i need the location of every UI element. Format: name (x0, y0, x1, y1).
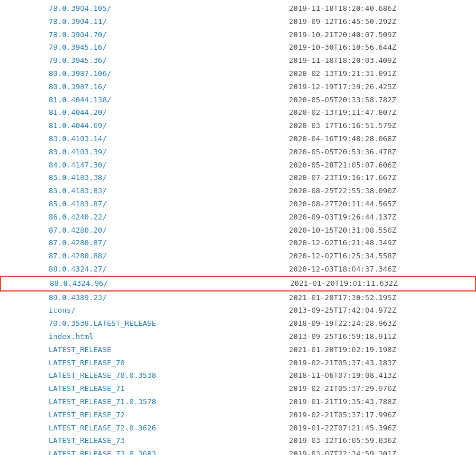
file-row: LATEST_RELEASE_702019-02-21T05:37:43.183… (0, 357, 476, 370)
file-date: 2019-02-21T05:37:29.970Z (243, 383, 465, 395)
file-row: index.html2013-09-25T16:59:18.911Z (0, 330, 476, 344)
file-row: 85.0.4183.83/2020-08-25T22:55:38.090Z (0, 185, 476, 198)
file-name[interactable]: 78.0.3904.11/ (49, 16, 243, 28)
file-name[interactable]: 88.0.4324.27/ (49, 264, 243, 276)
file-row: 78.0.3904.105/2019-11-18T18:20:40.686Z (0, 2, 476, 15)
file-date: 2019-10-30T16:10:56.644Z (243, 42, 465, 54)
file-row: 80.0.3987.16/2019-12-19T17:39:26.425Z (0, 81, 476, 94)
file-date: 2021-01-20T19:01:11.632Z (244, 278, 463, 290)
file-name[interactable]: 87.0.4280.20/ (49, 225, 243, 237)
file-row: 87.0.4280.88/2020-12-02T16:25:34.558Z (0, 250, 476, 263)
file-name[interactable]: LATEST_RELEASE_73.0.3683 (49, 448, 243, 455)
file-name[interactable]: 83.0.4103.39/ (49, 146, 243, 158)
file-name[interactable]: LATEST_RELEASE_70 (49, 357, 243, 369)
file-name[interactable]: 80.0.3987.106/ (49, 68, 243, 80)
file-name[interactable]: 85.0.4183.38/ (49, 172, 243, 184)
file-date: 2020-05-05T20:33:58.782Z (243, 94, 465, 106)
file-row: 83.0.4103.39/2020-05-05T20:53:36.478Z (0, 146, 476, 159)
file-row: 88.0.4324.27/2020-12-03T18:04:37.346Z (0, 263, 476, 276)
file-date: 2020-08-27T20:11:44.565Z (243, 198, 465, 210)
file-name[interactable]: 89.0.4389.23/ (49, 292, 243, 304)
file-name[interactable]: LATEST_RELEASE_71 (49, 383, 243, 395)
file-row: 81.0.4044.138/2020-05-05T20:33:58.782Z (0, 94, 476, 107)
file-name[interactable]: LATEST_RELEASE_72.0.3626 (49, 422, 243, 434)
file-name[interactable]: LATEST_RELEASE_70.0.3538 (49, 370, 243, 382)
file-date: 2013-09-25T17:42:04.972Z (243, 305, 465, 317)
file-name[interactable]: 86.0.4240.22/ (49, 211, 243, 223)
file-date: 2020-12-02T16:25:34.558Z (243, 250, 465, 262)
file-name[interactable]: 78.0.3904.70/ (49, 29, 243, 41)
file-name[interactable]: 78.0.3904.105/ (49, 3, 243, 15)
file-name[interactable]: 79.0.3945.16/ (49, 42, 243, 54)
file-row: 81.0.4044.20/2020-02-13T19:11:47.807Z (0, 106, 476, 119)
file-name[interactable]: LATEST_RELEASE_71.0.3578 (49, 396, 243, 408)
file-row: 84.0.4147.30/2020-05-28T21:05:07.606Z (0, 159, 476, 172)
file-row: 89.0.4389.23/2021-01-28T17:30:52.195Z (0, 292, 476, 305)
file-name[interactable]: icons/ (49, 305, 243, 317)
file-listing: 78.0.3904.105/2019-11-18T18:20:40.686Z78… (0, 0, 476, 455)
file-date: 2020-04-16T19:48:28.068Z (243, 133, 465, 145)
file-date: 2020-02-13T19:21:31.091Z (243, 68, 465, 80)
file-row: 86.0.4240.22/2020-09-03T19:26:44.137Z (0, 211, 476, 224)
file-row: 88.0.4324.96/2021-01-20T19:01:11.632Z (0, 276, 476, 292)
file-date: 2018-09-19T22:24:28.963Z (243, 318, 465, 330)
file-date: 2020-10-15T20:31:08.550Z (243, 225, 465, 237)
file-date: 2021-01-28T17:30:52.195Z (243, 292, 465, 304)
file-row: 85.0.4183.38/2020-07-23T19:16:17.667Z (0, 171, 476, 185)
file-date: 2019-01-21T19:35:43.788Z (243, 396, 465, 408)
file-row: 80.0.3987.106/2020-02-13T19:21:31.091Z (0, 67, 476, 81)
file-date: 2020-05-28T21:05:07.606Z (243, 159, 465, 171)
file-date: 2020-02-13T19:11:47.807Z (243, 107, 465, 119)
file-row: 87.0.4280.20/2020-10-15T20:31:08.550Z (0, 224, 476, 237)
file-row: LATEST_RELEASE_732019-03-12T16:05:59.036… (0, 434, 476, 448)
file-row: LATEST_RELEASE_722019-02-21T05:37:17.996… (0, 409, 476, 422)
file-name[interactable]: LATEST_RELEASE (49, 344, 243, 356)
file-name[interactable]: 84.0.4147.30/ (49, 159, 243, 171)
file-date: 2019-11-18T18:20:03.409Z (243, 55, 465, 67)
file-name[interactable]: 81.0.4044.20/ (49, 107, 243, 119)
file-date: 2020-05-05T20:53:36.478Z (243, 146, 465, 158)
file-date: 2019-01-22T07:21:45.396Z (243, 422, 465, 434)
file-date: 2019-12-19T17:39:26.425Z (243, 81, 465, 93)
file-name[interactable]: index.html (49, 331, 243, 343)
file-name[interactable]: 85.0.4183.87/ (49, 198, 243, 210)
file-date: 2019-10-21T20:40:07.509Z (243, 29, 465, 41)
file-date: 2020-07-23T19:16:17.667Z (243, 172, 465, 184)
file-name[interactable]: 87.0.4280.87/ (49, 237, 243, 249)
file-row: LATEST_RELEASE_712019-02-21T05:37:29.970… (0, 382, 476, 396)
file-name[interactable]: 88.0.4324.96/ (50, 278, 244, 290)
file-name[interactable]: 79.0.3945.36/ (49, 55, 243, 67)
file-name[interactable]: LATEST_RELEASE_73 (49, 435, 243, 447)
file-name[interactable]: 87.0.4280.88/ (49, 250, 243, 262)
file-row: 70.0.3538.LATEST_RELEASE2018-09-19T22:24… (0, 317, 476, 330)
file-row: icons/2013-09-25T17:42:04.972Z (0, 304, 476, 317)
file-row: 83.0.4103.14/2020-04-16T19:48:28.068Z (0, 133, 476, 146)
file-date: 2020-12-03T18:04:37.346Z (243, 264, 465, 276)
file-date: 2019-09-12T16:45:50.292Z (243, 16, 465, 28)
file-date: 2018-11-06T07:19:08.413Z (243, 370, 465, 382)
file-name[interactable]: 80.0.3987.16/ (49, 81, 243, 93)
file-row: 81.0.4044.69/2020-03-17T16:16:51.579Z (0, 119, 476, 133)
file-name[interactable]: 83.0.4103.14/ (49, 133, 243, 145)
file-date: 2020-09-03T19:26:44.137Z (243, 211, 465, 223)
file-row: LATEST_RELEASE_73.0.36832019-03-07T22:34… (0, 448, 476, 455)
file-date: 2019-02-21T05:37:43.183Z (243, 357, 465, 369)
file-name[interactable]: 81.0.4044.69/ (49, 120, 243, 132)
file-row: LATEST_RELEASE_72.0.36262019-01-22T07:21… (0, 422, 476, 435)
file-name[interactable]: 85.0.4183.83/ (49, 185, 243, 197)
file-row: LATEST_RELEASE2021-01-20T19:02:19.198Z (0, 344, 476, 357)
file-row: 78.0.3904.11/2019-09-12T16:45:50.292Z (0, 15, 476, 29)
file-name[interactable]: 81.0.4044.138/ (49, 94, 243, 106)
file-row: 85.0.4183.87/2020-08-27T20:11:44.565Z (0, 198, 476, 211)
file-name[interactable]: LATEST_RELEASE_72 (49, 409, 243, 421)
file-row: 87.0.4280.87/2020-12-02T16:21:48.349Z (0, 237, 476, 250)
file-date: 2019-02-21T05:37:17.996Z (243, 409, 465, 421)
file-date: 2020-12-02T16:21:48.349Z (243, 237, 465, 249)
file-row: 79.0.3945.36/2019-11-18T18:20:03.409Z (0, 54, 476, 67)
file-name[interactable]: 70.0.3538.LATEST_RELEASE (49, 318, 243, 330)
file-row: 78.0.3904.70/2019-10-21T20:40:07.509Z (0, 29, 476, 42)
file-date: 2021-01-20T19:02:19.198Z (243, 344, 465, 356)
file-date: 2019-03-07T22:34:59.301Z (243, 448, 465, 455)
file-row: 79.0.3945.16/2019-10-30T16:10:56.644Z (0, 41, 476, 54)
file-date: 2019-11-18T18:20:40.686Z (243, 3, 465, 15)
